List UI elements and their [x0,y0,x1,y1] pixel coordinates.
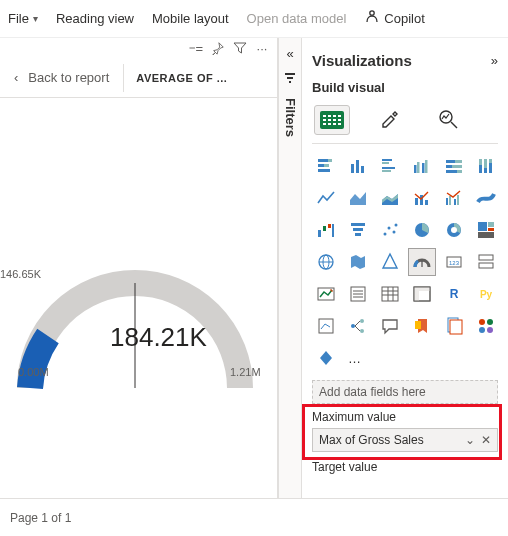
filled-map-icon[interactable] [344,248,372,276]
svg-rect-23 [328,159,332,162]
svg-rect-54 [449,196,451,205]
filter-icon[interactable] [233,41,247,55]
svg-rect-59 [328,224,331,228]
svg-rect-31 [382,162,389,164]
r-visual-icon[interactable]: R [440,280,468,308]
divider [312,143,498,144]
table-icon[interactable] [376,280,404,308]
matrix-icon[interactable] [408,280,436,308]
stacked-column-icon[interactable] [344,152,372,180]
scatter-icon[interactable] [376,216,404,244]
hundred-stacked-column-icon[interactable] [472,152,500,180]
svg-rect-60 [332,224,334,237]
qna-icon[interactable] [376,312,404,340]
svg-rect-22 [318,159,328,162]
key-influencers-icon[interactable] [312,312,340,340]
stacked-bar-icon[interactable] [312,152,340,180]
page-indicator: Page 1 of 1 [10,511,71,525]
build-visual-tab[interactable] [314,105,350,135]
back-to-report-label: Back to report [28,70,109,85]
hundred-stacked-bar-icon[interactable] [440,152,468,180]
svg-line-103 [355,321,360,326]
back-to-report-button[interactable]: ‹ Back to report [0,70,123,85]
app-source-icon[interactable] [472,312,500,340]
svg-rect-11 [338,115,341,117]
visualization-type-grid: 123 R Py [312,152,498,340]
funnel-icon[interactable] [344,216,372,244]
clustered-column-icon[interactable] [408,152,436,180]
menu-file[interactable]: File ▾ [8,11,38,26]
chevron-down-icon[interactable]: ⌄ [465,433,475,447]
svg-rect-56 [457,195,459,205]
format-visual-tab[interactable] [372,105,408,135]
kpi-icon[interactable] [312,280,340,308]
svg-rect-57 [318,230,321,237]
waterfall-icon[interactable] [312,216,340,244]
paginated-report-icon[interactable] [440,312,468,340]
area-chart-icon[interactable] [344,184,372,212]
stacked-area-icon[interactable] [376,184,404,212]
svg-text:Py: Py [480,289,493,300]
svg-rect-95 [414,287,430,291]
menu-mobile-layout-label: Mobile layout [152,11,229,26]
value-field-well[interactable]: Add data fields here [312,380,498,404]
menu-mobile-layout[interactable]: Mobile layout [152,11,229,26]
line-chart-icon[interactable] [312,184,340,212]
donut-icon[interactable] [440,216,468,244]
svg-point-66 [393,231,396,234]
gauge-icon[interactable] [408,248,436,276]
svg-rect-29 [361,166,364,173]
azure-map-icon[interactable] [376,248,404,276]
svg-point-67 [395,224,398,227]
gauge-visual[interactable]: 146.65K 184.21K 0.00M 1.21M [0,98,277,498]
svg-rect-63 [355,233,361,236]
svg-rect-6 [289,81,291,83]
field-wells: Add data fields here Maximum value Max o… [312,380,498,478]
py-visual-icon[interactable]: Py [472,280,500,308]
collapse-right-icon[interactable]: » [491,53,498,68]
menu-reading-view[interactable]: Reading view [56,11,134,26]
svg-rect-10 [333,115,336,117]
menu-copilot[interactable]: Copilot [364,9,424,28]
maximum-value-field-well[interactable]: Max of Gross Sales ⌄ ✕ [312,428,498,452]
svg-point-70 [451,227,457,233]
filters-pane-collapsed[interactable]: « Filters [278,38,302,498]
decomposition-tree-icon[interactable] [344,312,372,340]
line-clustered-column-icon[interactable] [440,184,468,212]
more-visuals-button[interactable]: … [348,351,361,366]
svg-rect-9 [328,115,331,117]
status-bar: Page 1 of 1 [0,498,508,536]
gauge-chart [0,228,270,408]
drill-mode-icon[interactable]: = [189,41,203,55]
remove-field-icon[interactable]: ✕ [481,433,491,447]
svg-line-21 [451,122,457,128]
pie-icon[interactable] [408,216,436,244]
svg-text:R: R [450,287,459,301]
ribbon-chart-icon[interactable] [472,184,500,212]
treemap-icon[interactable] [472,216,500,244]
multi-row-card-icon[interactable] [472,248,500,276]
power-apps-icon[interactable] [312,344,340,372]
pin-icon[interactable] [211,41,225,55]
report-canvas: = ··· ‹ Back to report AVERAGE OF ... 14… [0,38,278,498]
svg-rect-30 [382,159,392,161]
card-icon[interactable]: 123 [440,248,468,276]
filter-funnel-icon [283,71,297,88]
svg-rect-41 [452,165,462,168]
line-stacked-column-icon[interactable] [408,184,436,212]
svg-rect-55 [454,199,456,205]
clustered-bar-icon[interactable] [376,152,404,180]
svg-rect-8 [323,115,326,117]
maximum-value-label: Maximum value [312,410,498,424]
more-options-icon[interactable]: ··· [255,41,269,55]
smart-narrative-icon[interactable] [408,312,436,340]
slicer-icon[interactable] [344,280,372,308]
svg-point-100 [351,324,355,328]
svg-rect-61 [351,223,365,226]
analytics-tab[interactable] [430,105,466,135]
copilot-icon [364,9,380,28]
svg-text:123: 123 [449,260,460,266]
svg-point-20 [440,111,452,123]
map-icon[interactable] [312,248,340,276]
menu-copilot-label: Copilot [384,11,424,26]
